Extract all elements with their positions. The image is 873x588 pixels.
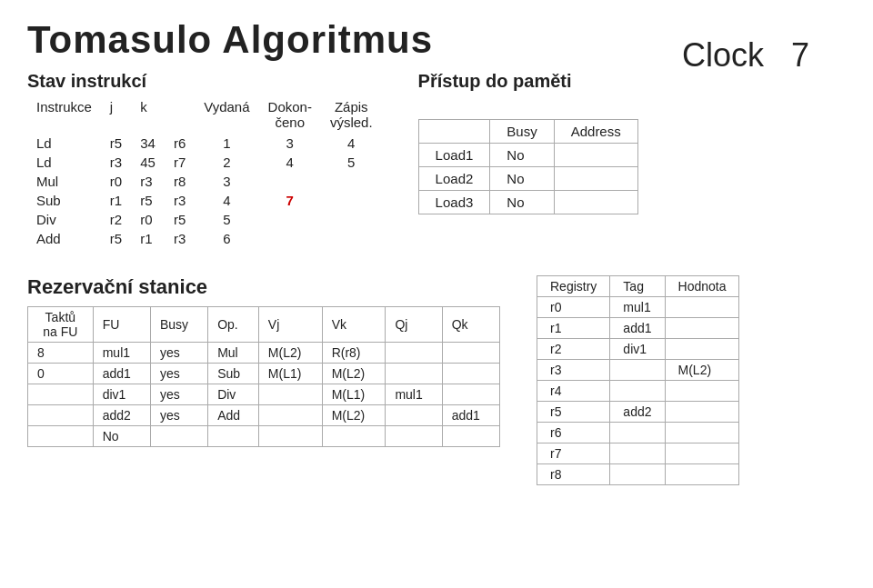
registry-section: Registry Tag Hodnota r0mul1r1add1r2div1r… (537, 275, 846, 485)
instrukce-cell: Add (27, 229, 101, 248)
instrukce-cell: 45 (131, 153, 165, 172)
instrukce-cell: r2 (101, 210, 131, 229)
rez-qk-header: Qk (442, 307, 499, 343)
registry-cell: r1 (537, 318, 610, 339)
instrukce-cell: r5 (131, 191, 165, 210)
registry-cell (665, 339, 739, 360)
rezervacni-cell: Sub (208, 364, 259, 384)
rezervacni-cell (208, 426, 259, 447)
instrukce-cell: 1 (195, 134, 258, 153)
instrukce-cell: 5 (321, 153, 382, 172)
j-header: j (101, 97, 131, 134)
instrukce-cell: r6 (165, 134, 195, 153)
registry-cell: r0 (537, 297, 610, 318)
registry-cell (665, 464, 739, 485)
rezervacni-cell: 8 (28, 343, 94, 364)
rez-busy-header: Busy (150, 307, 207, 343)
registry-cell (665, 297, 739, 318)
pameti-cell (554, 191, 637, 214)
rezervacni-cell: div1 (93, 384, 150, 405)
rezervacni-cell (442, 384, 499, 405)
rezervacni-cell (258, 384, 322, 405)
rezervacni-cell: M(L1) (322, 384, 386, 405)
rezervacni-cell (386, 426, 442, 447)
clock-label: Clock (682, 36, 764, 74)
registry-cell: add2 (610, 402, 665, 423)
registry-cell (665, 402, 739, 423)
registry-table: Registry Tag Hodnota r0mul1r1add1r2div1r… (537, 275, 739, 485)
rezervacni-cell (28, 405, 94, 426)
rezervacni-cell: add2 (93, 405, 150, 426)
registry-cell (610, 360, 665, 381)
extra-header (165, 97, 195, 134)
instrukce-cell: 4 (321, 134, 382, 153)
instrukce-cell: r3 (165, 191, 195, 210)
instrukce-cell: r0 (101, 172, 131, 191)
rezervacni-cell (258, 405, 322, 426)
clock-display: Clock 7 (682, 36, 809, 75)
rezervacni-cell: Add (208, 405, 259, 426)
rezervacni-cell (258, 426, 322, 447)
rezervacni-title: Rezervační stanice (27, 275, 500, 299)
pameti-cell: No (490, 144, 554, 167)
rez-op-header: Op. (208, 307, 259, 343)
rezervacni-cell (386, 364, 442, 384)
rez-vk-header: Vk (322, 307, 386, 343)
pameti-row: Load3No (418, 191, 637, 214)
instrukce-cell: r5 (165, 210, 195, 229)
pameti-row: Load2No (418, 167, 637, 191)
instrukce-cell: 4 (259, 153, 321, 172)
registry-cell: r3 (537, 360, 610, 381)
registry-cell (610, 381, 665, 402)
registry-cell (665, 381, 739, 402)
registry-row: r1add1 (537, 318, 739, 339)
rezervacni-cell: M(L2) (322, 405, 386, 426)
registry-cell (665, 443, 739, 464)
rezervacni-cell: add1 (442, 405, 499, 426)
rezervacni-cell: M(L2) (322, 364, 386, 384)
rezervacni-row: 8mul1yesMulM(L2)R(r8) (28, 343, 500, 364)
dokonceno-header: Dokon-čeno (259, 97, 321, 134)
pameti-cell: No (490, 167, 554, 191)
instrukce-row: Ldr345r7245 (27, 153, 382, 172)
instrukce-cell (259, 210, 321, 229)
rezervacni-cell (386, 343, 442, 364)
rezervacni-cell: Mul (208, 343, 259, 364)
registry-cell (610, 423, 665, 443)
pameti-address-header: Address (554, 120, 637, 144)
instrukce-cell: r3 (165, 229, 195, 248)
rez-vj-header: Vj (258, 307, 322, 343)
instrukce-cell: r7 (165, 153, 195, 172)
rezervacni-cell (28, 384, 94, 405)
registry-cell: r5 (537, 402, 610, 423)
instrukce-cell: r5 (101, 134, 131, 153)
registry-cell (665, 318, 739, 339)
rezervacni-cell: R(r8) (322, 343, 386, 364)
registry-row: r2div1 (537, 339, 739, 360)
instrukce-row: Divr2r0r55 (27, 210, 382, 229)
rezervacni-cell (386, 405, 442, 426)
instrukce-cell: r1 (131, 229, 165, 248)
rezervacni-cell: yes (150, 343, 207, 364)
pameti-table: Busy Address Load1NoLoad2NoLoad3No (418, 119, 638, 214)
registry-row: r0mul1 (537, 297, 739, 318)
pameti-load-header (418, 120, 490, 144)
instrukce-row: Addr5r1r36 (27, 229, 382, 248)
registry-cell: div1 (610, 339, 665, 360)
rezervacni-cell: No (93, 426, 150, 447)
instrukce-cell: 7 (259, 191, 321, 210)
registry-cell (610, 464, 665, 485)
instrukce-cell (321, 210, 382, 229)
instrukce-cell (259, 172, 321, 191)
instrukce-row: Ldr534r6134 (27, 134, 382, 153)
registry-cell: r7 (537, 443, 610, 464)
pameti-cell: Load1 (418, 144, 490, 167)
registry-row: r3M(L2) (537, 360, 739, 381)
rezervacni-cell: yes (150, 364, 207, 384)
registry-row: r4 (537, 381, 739, 402)
rezervacni-cell: add1 (93, 364, 150, 384)
pameti-cell: Load3 (418, 191, 490, 214)
rezervacni-cell: M(L2) (258, 343, 322, 364)
instrukce-cell (321, 172, 382, 191)
instrukce-cell (321, 191, 382, 210)
